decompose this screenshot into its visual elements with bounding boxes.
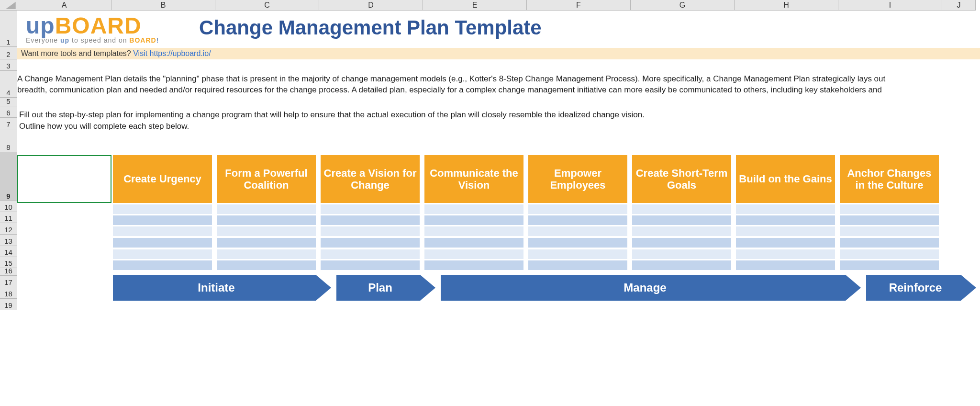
logo-tagline: Everyone up to speed and on BOARD! bbox=[26, 36, 174, 44]
column-header[interactable]: F bbox=[527, 0, 631, 11]
row-header[interactable]: 4 bbox=[0, 71, 17, 98]
kotter-step-header[interactable]: Form a Powerful Coalition bbox=[217, 155, 316, 203]
plan-cell[interactable] bbox=[528, 204, 627, 214]
plan-cell[interactable] bbox=[632, 226, 731, 236]
plan-cell[interactable] bbox=[632, 249, 731, 259]
row-header[interactable]: 9 bbox=[0, 152, 17, 201]
plan-cell[interactable] bbox=[113, 204, 212, 214]
kotter-step-header[interactable]: Create Short-Term Goals bbox=[632, 155, 731, 203]
column-header[interactable]: B bbox=[111, 0, 215, 11]
plan-cell[interactable] bbox=[736, 215, 835, 225]
row-header[interactable]: 8 bbox=[0, 129, 17, 152]
row-header[interactable]: 3 bbox=[0, 59, 17, 71]
plan-cell[interactable] bbox=[632, 238, 731, 248]
table-row bbox=[113, 260, 939, 270]
phase-arrows: Initiate Plan Manage Reinforce bbox=[113, 275, 965, 301]
plan-cell[interactable] bbox=[424, 238, 523, 248]
plan-cell[interactable] bbox=[632, 204, 731, 214]
column-header[interactable]: D bbox=[319, 0, 423, 11]
plan-cell[interactable] bbox=[424, 226, 523, 236]
plan-cell[interactable] bbox=[840, 226, 939, 236]
kotter-step-header[interactable]: Communicate the Vision bbox=[424, 155, 523, 203]
column-header[interactable]: A bbox=[17, 0, 111, 11]
plan-cell[interactable] bbox=[424, 204, 523, 214]
row-header[interactable]: 2 bbox=[0, 47, 17, 59]
plan-cell[interactable] bbox=[424, 215, 523, 225]
column-header[interactable]: E bbox=[423, 0, 527, 11]
plan-cell[interactable] bbox=[217, 249, 316, 259]
column-header[interactable]: J bbox=[942, 0, 976, 11]
logo-text-up: up bbox=[26, 13, 55, 38]
tagline-board: BOARD bbox=[129, 36, 156, 44]
kotter-step-header[interactable]: Create a Vision for Change bbox=[321, 155, 420, 203]
row-header[interactable]: 10 bbox=[0, 201, 17, 212]
plan-cell[interactable] bbox=[113, 226, 212, 236]
plan-cell[interactable] bbox=[528, 249, 627, 259]
paragraph-line-2: breadth, communication plan and needed a… bbox=[17, 85, 976, 96]
plan-cell[interactable] bbox=[424, 260, 523, 270]
kotter-step-header[interactable]: Empower Employees bbox=[528, 155, 627, 203]
row-header[interactable]: 6 bbox=[0, 106, 17, 118]
plan-cell[interactable] bbox=[736, 204, 835, 214]
phase-label: Reinforce bbox=[866, 275, 976, 301]
column-header[interactable]: G bbox=[631, 0, 735, 11]
row-header[interactable]: 5 bbox=[0, 98, 17, 106]
plan-cell[interactable] bbox=[840, 204, 939, 214]
plan-cell[interactable] bbox=[840, 215, 939, 225]
row-header[interactable]: 12 bbox=[0, 223, 17, 235]
plan-cell[interactable] bbox=[321, 260, 420, 270]
plan-cell[interactable] bbox=[113, 249, 212, 259]
plan-cell[interactable] bbox=[217, 238, 316, 248]
column-header[interactable]: C bbox=[215, 0, 319, 11]
plan-cell[interactable] bbox=[321, 238, 420, 248]
select-all-corner[interactable] bbox=[0, 0, 17, 11]
cell-area[interactable]: upBOARD Everyone up to speed and on BOAR… bbox=[17, 11, 980, 406]
kotter-step-header[interactable]: Build on the Gains bbox=[736, 155, 835, 203]
plan-cell[interactable] bbox=[528, 238, 627, 248]
column-header[interactable]: I bbox=[838, 0, 942, 11]
plan-cell[interactable] bbox=[840, 249, 939, 259]
plan-cell[interactable] bbox=[840, 238, 939, 248]
row-header[interactable]: 16 bbox=[0, 268, 17, 276]
plan-cell[interactable] bbox=[736, 249, 835, 259]
cell-selection bbox=[17, 155, 111, 203]
plan-cell[interactable] bbox=[217, 215, 316, 225]
plan-cell[interactable] bbox=[528, 215, 627, 225]
plan-cell[interactable] bbox=[528, 260, 627, 270]
row-header[interactable]: 14 bbox=[0, 246, 17, 257]
paragraph-line-1: A Change Management Plan details the "pl… bbox=[17, 74, 976, 85]
plan-cell[interactable] bbox=[632, 260, 731, 270]
phase-label: Plan bbox=[336, 275, 435, 301]
row-header[interactable]: 11 bbox=[0, 212, 17, 223]
table-row bbox=[113, 238, 939, 248]
plan-cell[interactable] bbox=[217, 204, 316, 214]
plan-cell[interactable] bbox=[113, 238, 212, 248]
plan-cell[interactable] bbox=[840, 260, 939, 270]
plan-cell[interactable] bbox=[113, 215, 212, 225]
plan-cell[interactable] bbox=[217, 226, 316, 236]
plan-cell[interactable] bbox=[632, 215, 731, 225]
plan-cell[interactable] bbox=[736, 260, 835, 270]
plan-cell[interactable] bbox=[424, 249, 523, 259]
row-header[interactable]: 19 bbox=[0, 299, 17, 310]
plan-cell[interactable] bbox=[321, 204, 420, 214]
plan-cell[interactable] bbox=[736, 226, 835, 236]
plan-cell[interactable] bbox=[321, 226, 420, 236]
plan-cell[interactable] bbox=[528, 226, 627, 236]
tagline-up: up bbox=[60, 36, 69, 44]
promo-link[interactable]: Visit https://upboard.io/ bbox=[133, 49, 211, 57]
plan-cell[interactable] bbox=[321, 215, 420, 225]
row-header[interactable]: 17 bbox=[0, 276, 17, 287]
row-header[interactable]: 7 bbox=[0, 118, 17, 129]
kotter-step-header[interactable]: Create Urgency bbox=[113, 155, 212, 203]
row-header[interactable]: 1 bbox=[0, 11, 17, 47]
plan-cell[interactable] bbox=[321, 249, 420, 259]
table-row bbox=[113, 215, 939, 225]
plan-cell[interactable] bbox=[113, 260, 212, 270]
kotter-step-header[interactable]: Anchor Changes in the Culture bbox=[840, 155, 939, 203]
row-header[interactable]: 18 bbox=[0, 287, 17, 299]
plan-cell[interactable] bbox=[217, 260, 316, 270]
column-header[interactable]: H bbox=[735, 0, 838, 11]
row-header[interactable]: 13 bbox=[0, 235, 17, 246]
plan-cell[interactable] bbox=[736, 238, 835, 248]
